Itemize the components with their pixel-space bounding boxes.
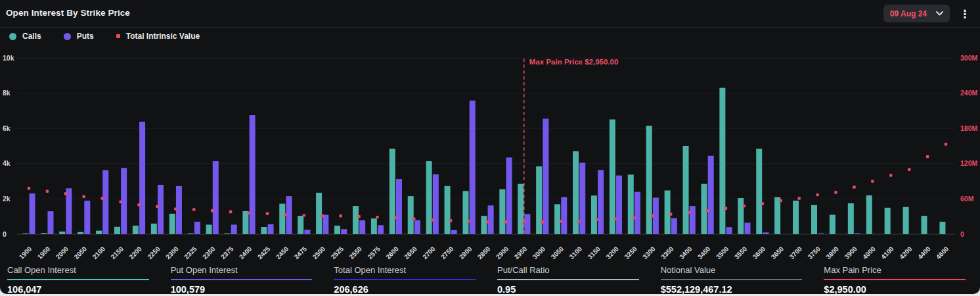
- call-bar[interactable]: [610, 120, 615, 234]
- put-bar[interactable]: [818, 234, 824, 234]
- call-bar[interactable]: [518, 184, 523, 234]
- expiry-date-dropdown[interactable]: 09 Aug 24: [883, 5, 950, 22]
- call-bar[interactable]: [371, 218, 377, 234]
- intrinsic-value-dot[interactable]: [614, 218, 617, 220]
- call-bar[interactable]: [665, 191, 671, 234]
- put-bar[interactable]: [268, 224, 274, 234]
- put-bar[interactable]: [414, 220, 420, 234]
- intrinsic-value-dot[interactable]: [724, 207, 727, 209]
- put-bar[interactable]: [396, 179, 402, 234]
- call-bar[interactable]: [41, 233, 47, 234]
- put-bar[interactable]: [598, 170, 604, 234]
- call-bar[interactable]: [224, 234, 230, 234]
- call-bar[interactable]: [445, 186, 451, 234]
- put-bar[interactable]: [47, 211, 53, 234]
- call-bar[interactable]: [133, 226, 139, 234]
- put-bar[interactable]: [726, 227, 732, 234]
- intrinsic-value-dot[interactable]: [504, 220, 507, 223]
- intrinsic-value-dot[interactable]: [651, 214, 654, 217]
- call-bar[interactable]: [188, 234, 194, 234]
- intrinsic-value-dot[interactable]: [834, 191, 837, 193]
- intrinsic-value-dot[interactable]: [303, 214, 305, 216]
- call-bar[interactable]: [903, 207, 909, 234]
- call-bar[interactable]: [793, 201, 799, 234]
- intrinsic-value-dot[interactable]: [889, 174, 892, 176]
- put-bar[interactable]: [543, 118, 548, 234]
- intrinsic-value-dot[interactable]: [284, 213, 287, 216]
- call-bar[interactable]: [774, 197, 780, 234]
- intrinsic-value-dot[interactable]: [468, 220, 470, 222]
- intrinsic-value-dot[interactable]: [486, 220, 489, 223]
- call-bar[interactable]: [114, 227, 120, 234]
- intrinsic-value-dot[interactable]: [797, 197, 800, 199]
- put-bar[interactable]: [690, 206, 696, 234]
- intrinsic-value-dot[interactable]: [761, 202, 764, 205]
- call-bar[interactable]: [701, 184, 707, 234]
- call-bar[interactable]: [481, 216, 487, 234]
- intrinsic-value-dot[interactable]: [248, 212, 250, 214]
- put-bar[interactable]: [84, 201, 90, 234]
- intrinsic-value-dot[interactable]: [64, 192, 67, 195]
- intrinsic-value-dot[interactable]: [688, 211, 690, 214]
- put-bar[interactable]: [213, 161, 219, 234]
- put-bar[interactable]: [66, 188, 72, 234]
- put-bar[interactable]: [341, 229, 347, 234]
- intrinsic-value-dot[interactable]: [669, 212, 672, 215]
- intrinsic-value-dot[interactable]: [211, 209, 213, 212]
- intrinsic-value-dot[interactable]: [376, 216, 378, 218]
- call-bar[interactable]: [96, 231, 102, 234]
- intrinsic-value-dot[interactable]: [28, 187, 30, 189]
- call-bar[interactable]: [78, 232, 83, 234]
- intrinsic-value-dot[interactable]: [926, 155, 929, 158]
- call-bar[interactable]: [499, 189, 505, 234]
- intrinsic-value-dot[interactable]: [394, 216, 397, 219]
- intrinsic-value-dot[interactable]: [431, 218, 434, 221]
- intrinsic-value-dot[interactable]: [229, 210, 232, 213]
- call-bar[interactable]: [756, 149, 762, 234]
- intrinsic-value-dot[interactable]: [449, 219, 452, 222]
- call-bar[interactable]: [683, 146, 689, 234]
- call-bar[interactable]: [591, 195, 597, 234]
- call-bar[interactable]: [408, 196, 414, 234]
- intrinsic-value-dot[interactable]: [46, 190, 49, 193]
- call-bar[interactable]: [169, 214, 175, 234]
- intrinsic-value-dot[interactable]: [321, 214, 324, 217]
- intrinsic-value-dot[interactable]: [559, 220, 562, 222]
- call-bar[interactable]: [353, 206, 359, 234]
- intrinsic-value-dot[interactable]: [137, 203, 140, 206]
- call-bar[interactable]: [646, 126, 652, 234]
- call-bar[interactable]: [536, 166, 542, 234]
- intrinsic-value-dot[interactable]: [816, 193, 818, 196]
- legend-item-puts[interactable]: Puts: [64, 32, 94, 41]
- intrinsic-value-dot[interactable]: [633, 216, 635, 219]
- call-bar[interactable]: [939, 222, 945, 234]
- call-bar[interactable]: [22, 234, 28, 234]
- intrinsic-value-dot[interactable]: [945, 143, 947, 145]
- call-bar[interactable]: [279, 204, 285, 234]
- call-bar[interactable]: [885, 208, 891, 234]
- put-bar[interactable]: [30, 193, 35, 234]
- intrinsic-value-dot[interactable]: [871, 180, 874, 182]
- call-bar[interactable]: [462, 191, 468, 234]
- call-bar[interactable]: [59, 232, 65, 234]
- put-bar[interactable]: [561, 197, 567, 234]
- put-bar[interactable]: [470, 101, 476, 234]
- call-bar[interactable]: [738, 198, 744, 234]
- intrinsic-value-dot[interactable]: [266, 212, 269, 215]
- call-bar[interactable]: [811, 205, 817, 234]
- call-bar[interactable]: [554, 204, 560, 234]
- call-bar[interactable]: [922, 216, 927, 234]
- put-bar[interactable]: [231, 225, 237, 234]
- intrinsic-value-dot[interactable]: [119, 201, 122, 203]
- put-bar[interactable]: [378, 225, 384, 234]
- call-bar[interactable]: [242, 211, 248, 234]
- put-bar[interactable]: [158, 185, 164, 234]
- call-bar[interactable]: [848, 203, 854, 234]
- intrinsic-value-dot[interactable]: [156, 205, 158, 208]
- call-bar[interactable]: [866, 195, 872, 234]
- put-bar[interactable]: [102, 170, 108, 234]
- put-bar[interactable]: [616, 176, 622, 234]
- put-bar[interactable]: [763, 232, 768, 234]
- put-bar[interactable]: [855, 234, 860, 234]
- intrinsic-value-dot[interactable]: [174, 207, 177, 210]
